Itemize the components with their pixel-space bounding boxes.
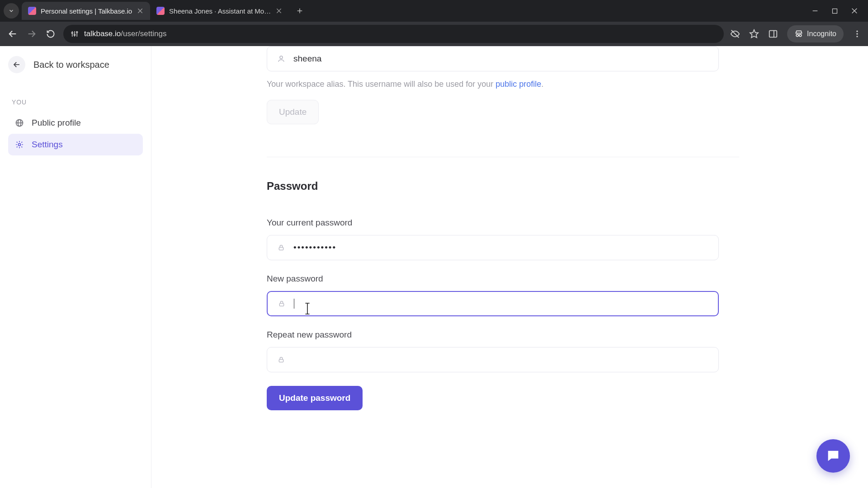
password-section: Password Your current password •••••••••… bbox=[267, 157, 739, 410]
chat-fab[interactable] bbox=[816, 439, 850, 473]
browser-tab[interactable]: Sheena Jones · Assistant at Mo… bbox=[150, 2, 289, 20]
sidebar-item-label: Settings bbox=[32, 140, 63, 150]
svg-point-22 bbox=[796, 34, 798, 37]
public-profile-link[interactable]: public profile bbox=[495, 80, 541, 89]
browser-chrome: Personal settings | Talkbase.io Sheena J… bbox=[0, 0, 868, 46]
password-heading: Password bbox=[267, 180, 739, 192]
new-password-label: New password bbox=[267, 274, 739, 284]
user-icon bbox=[277, 55, 285, 63]
back-to-workspace-button[interactable]: Back to workspace bbox=[8, 56, 143, 73]
content: Your workspace alias. This username will… bbox=[151, 46, 868, 488]
minimize-icon[interactable] bbox=[811, 7, 819, 14]
globe-icon bbox=[15, 118, 24, 127]
svg-point-16 bbox=[74, 34, 75, 36]
maximize-icon[interactable] bbox=[831, 8, 838, 14]
favicon-icon bbox=[28, 7, 36, 15]
sidebar: Back to workspace YOU Public profile Set… bbox=[0, 46, 151, 488]
svg-point-25 bbox=[856, 31, 858, 32]
arrow-left-icon bbox=[8, 29, 18, 39]
svg-rect-34 bbox=[279, 247, 283, 250]
lock-icon bbox=[278, 356, 285, 363]
app-root: Back to workspace YOU Public profile Set… bbox=[0, 46, 868, 488]
tabs-dropdown-button[interactable] bbox=[4, 3, 19, 19]
tab-title: Sheena Jones · Assistant at Mo… bbox=[169, 7, 271, 15]
reload-icon bbox=[46, 29, 55, 38]
toolbar-right: Incognito bbox=[730, 25, 862, 42]
sidebar-section-label: YOU bbox=[12, 99, 139, 106]
svg-point-15 bbox=[71, 32, 73, 33]
back-button[interactable] bbox=[6, 28, 19, 40]
svg-rect-20 bbox=[769, 31, 777, 38]
tab-title: Personal settings | Talkbase.io bbox=[41, 7, 132, 15]
arrow-left-icon bbox=[13, 61, 21, 69]
star-icon[interactable] bbox=[749, 29, 759, 39]
repeat-password-label: Repeat new password bbox=[267, 330, 739, 340]
reload-button[interactable] bbox=[44, 28, 57, 40]
svg-point-17 bbox=[76, 32, 78, 33]
svg-rect-7 bbox=[833, 9, 837, 13]
text-caret bbox=[294, 299, 294, 309]
incognito-icon bbox=[794, 29, 803, 38]
window-controls bbox=[811, 7, 868, 14]
site-settings-icon[interactable] bbox=[71, 30, 79, 38]
eye-off-icon[interactable] bbox=[730, 29, 740, 39]
svg-point-33 bbox=[280, 56, 283, 59]
svg-marker-19 bbox=[750, 30, 758, 38]
svg-point-27 bbox=[856, 36, 858, 37]
alias-section: Your workspace alias. This username will… bbox=[267, 46, 739, 127]
repeat-password-input[interactable] bbox=[293, 355, 708, 365]
username-input[interactable] bbox=[293, 54, 708, 64]
svg-point-23 bbox=[799, 34, 802, 37]
new-password-field[interactable] bbox=[267, 291, 719, 316]
kebab-menu-icon[interactable] bbox=[853, 29, 862, 38]
sidepanel-icon[interactable] bbox=[768, 29, 778, 39]
chevron-down-icon bbox=[8, 8, 14, 14]
update-alias-button[interactable]: Update bbox=[267, 100, 319, 124]
plus-icon bbox=[296, 7, 303, 14]
new-tab-button[interactable] bbox=[292, 3, 308, 19]
incognito-indicator[interactable]: Incognito bbox=[787, 25, 844, 42]
new-password-input[interactable] bbox=[302, 299, 708, 309]
current-password-field[interactable]: ••••••••••• bbox=[267, 235, 719, 260]
repeat-password-field[interactable] bbox=[267, 347, 719, 372]
url-text: talkbase.io/user/settings bbox=[84, 29, 166, 38]
lock-icon bbox=[278, 300, 285, 307]
back-label: Back to workspace bbox=[33, 60, 109, 70]
close-icon[interactable] bbox=[275, 7, 283, 14]
sidebar-item-label: Public profile bbox=[32, 118, 81, 128]
current-password-label: Your current password bbox=[267, 218, 739, 228]
alias-help-text: Your workspace alias. This username will… bbox=[267, 80, 739, 89]
arrow-right-icon bbox=[27, 29, 37, 39]
lock-icon bbox=[278, 244, 285, 251]
current-password-value: ••••••••••• bbox=[293, 243, 336, 253]
tab-strip: Personal settings | Talkbase.io Sheena J… bbox=[0, 0, 868, 22]
svg-point-32 bbox=[18, 143, 20, 145]
incognito-label: Incognito bbox=[807, 30, 836, 38]
browser-toolbar: talkbase.io/user/settings Incognito bbox=[0, 22, 868, 46]
sidebar-item-settings[interactable]: Settings bbox=[8, 134, 143, 155]
close-window-icon[interactable] bbox=[851, 7, 858, 14]
forward-button[interactable] bbox=[25, 28, 38, 40]
svg-rect-35 bbox=[279, 303, 283, 306]
chat-icon bbox=[826, 448, 841, 464]
browser-tab[interactable]: Personal settings | Talkbase.io bbox=[22, 2, 150, 20]
gear-icon bbox=[15, 140, 24, 149]
favicon-icon bbox=[156, 7, 165, 15]
address-bar[interactable]: talkbase.io/user/settings bbox=[63, 25, 724, 43]
username-field[interactable] bbox=[267, 46, 719, 71]
close-icon[interactable] bbox=[137, 7, 144, 14]
svg-point-26 bbox=[856, 33, 858, 34]
update-password-button[interactable]: Update password bbox=[267, 386, 363, 410]
sidebar-item-public-profile[interactable]: Public profile bbox=[8, 112, 143, 134]
svg-rect-36 bbox=[279, 359, 283, 362]
